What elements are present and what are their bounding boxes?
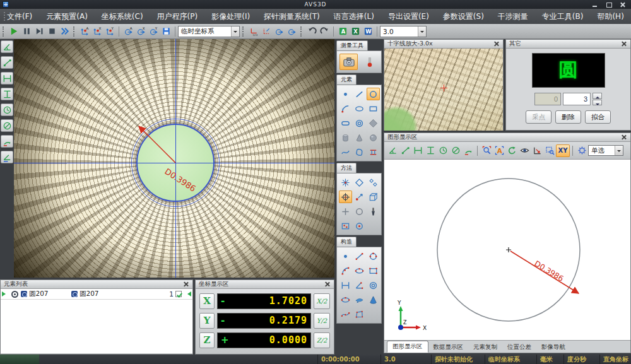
- half-value-button[interactable]: Y/2: [314, 313, 330, 329]
- fit-button[interactable]: 拟合: [585, 110, 611, 124]
- stepper-down-icon[interactable]: [593, 100, 602, 106]
- arc-tool-icon[interactable]: [339, 102, 352, 115]
- delete-button[interactable]: 删除: [555, 110, 581, 124]
- rotate-axis-a-icon[interactable]: [122, 25, 134, 38]
- crosshair-method-icon[interactable]: [339, 191, 352, 203]
- ellipse-tool-icon[interactable]: [353, 102, 366, 115]
- redo-icon[interactable]: [318, 25, 331, 38]
- close-icon[interactable]: [620, 2, 626, 8]
- construct-rectangle-icon[interactable]: [367, 264, 380, 277]
- report-tool-icon[interactable]: [336, 25, 349, 38]
- menu-item[interactable]: 坐标系统(C): [95, 11, 150, 22]
- stepper-up-icon[interactable]: [593, 93, 602, 99]
- close-icon[interactable]: [493, 40, 500, 47]
- closed-curve-tool-icon[interactable]: [353, 146, 366, 158]
- construct-tab[interactable]: 构造: [336, 237, 357, 247]
- construct-point-icon[interactable]: [339, 250, 352, 262]
- run-icon[interactable]: [8, 25, 20, 38]
- horizontal-distance-icon[interactable]: [1, 72, 13, 85]
- point-count-field[interactable]: [534, 93, 561, 105]
- circle-tool-icon[interactable]: [367, 88, 380, 100]
- selection-mode-select[interactable]: 单选: [588, 145, 623, 156]
- construct-angle-icon[interactable]: [353, 279, 366, 291]
- construct-ring-icon[interactable]: [367, 279, 380, 291]
- measure-tools-tab[interactable]: 测量工具: [336, 40, 368, 50]
- two-point-method-icon[interactable]: [367, 176, 380, 189]
- element-row[interactable]: 圆207 圆207 1: [1, 289, 192, 300]
- diameter-icon[interactable]: [449, 144, 462, 157]
- close-icon[interactable]: [620, 134, 627, 141]
- zoom-select-icon[interactable]: [480, 144, 493, 157]
- combo-arrow-icon[interactable]: [231, 26, 239, 37]
- construct-cone-icon[interactable]: [367, 293, 380, 306]
- timer-circle-icon[interactable]: [1, 103, 13, 116]
- methods-tab[interactable]: 方法: [336, 163, 357, 173]
- camera-mode-icon[interactable]: [339, 54, 358, 70]
- plane-tool-icon[interactable]: [367, 117, 380, 129]
- angle-measure-icon[interactable]: [386, 144, 399, 157]
- camera-image-view[interactable]: D0.3986: [14, 39, 334, 278]
- magnification-select[interactable]: 3.0: [380, 26, 427, 37]
- diamond-method-icon[interactable]: [353, 176, 366, 189]
- construct-arc-icon[interactable]: [339, 264, 352, 277]
- rotate-view-icon[interactable]: [505, 144, 518, 157]
- menu-item[interactable]: 帮助(H): [590, 11, 630, 22]
- excel-export-icon[interactable]: [349, 25, 362, 38]
- set-origin-x-icon[interactable]: [91, 25, 103, 38]
- construct-line-icon[interactable]: [353, 250, 366, 262]
- sample-point-button[interactable]: 采点: [526, 110, 551, 124]
- rotate-axis-y-icon[interactable]: [147, 25, 160, 38]
- menu-item[interactable]: 影像处理(I): [204, 11, 257, 22]
- axis-view-icon[interactable]: [531, 144, 543, 157]
- timer-circle-icon[interactable]: [437, 144, 449, 157]
- section-tool-icon[interactable]: [367, 146, 380, 158]
- sphere-tool-icon[interactable]: [367, 131, 380, 144]
- toolbar-grip[interactable]: [3, 26, 5, 37]
- ring-tool-icon[interactable]: [353, 117, 366, 129]
- multipoint-method-icon[interactable]: [339, 176, 352, 189]
- menu-item[interactable]: 探针测量系统(T): [257, 11, 327, 22]
- label-tool-icon[interactable]: [493, 144, 505, 157]
- bottom-tab[interactable]: 元素复制: [468, 342, 502, 353]
- visible-checkbox[interactable]: [175, 291, 182, 297]
- combo-arrow-icon[interactable]: [418, 26, 426, 37]
- toolbar-grip[interactable]: [73, 26, 76, 37]
- rotate-coordinate-icon[interactable]: [285, 25, 298, 38]
- menu-item[interactable]: 参数设置(S): [436, 11, 491, 22]
- horizontal-distance-icon[interactable]: [411, 144, 424, 157]
- menu-item[interactable]: 用户程序(P): [150, 11, 205, 22]
- plus-method-icon[interactable]: [339, 205, 352, 218]
- save-coordinate-icon[interactable]: [160, 25, 172, 38]
- cylinder-tool-icon[interactable]: [339, 131, 352, 144]
- points-stepper[interactable]: [593, 93, 602, 105]
- line-measure-icon[interactable]: [399, 144, 411, 157]
- visibility-icon[interactable]: [518, 144, 531, 157]
- menu-item[interactable]: 导出设置(E): [381, 11, 436, 22]
- center-point-method-icon[interactable]: [353, 220, 366, 232]
- construct-plane-icon[interactable]: [353, 293, 366, 306]
- close-icon[interactable]: [324, 281, 331, 288]
- vertical-distance-icon[interactable]: [1, 88, 13, 100]
- diameter-icon[interactable]: [1, 119, 13, 132]
- bottom-tab[interactable]: 位置公差: [502, 342, 536, 353]
- axis-zero-button[interactable]: X: [199, 293, 215, 309]
- construct-ellipse-icon[interactable]: [353, 264, 366, 277]
- vertical-distance-icon[interactable]: [424, 144, 437, 157]
- fast-forward-icon[interactable]: [58, 25, 71, 38]
- close-icon[interactable]: [620, 40, 627, 47]
- bottom-tab[interactable]: 数据显示区: [428, 342, 469, 353]
- menu-item[interactable]: 语言选择(L): [327, 11, 381, 22]
- axis-zero-button[interactable]: Z: [199, 332, 215, 348]
- bottom-tab[interactable]: 图形显示区: [387, 341, 428, 353]
- zoom-window-icon[interactable]: [543, 144, 556, 157]
- rotate-coordinate-icon[interactable]: [273, 25, 285, 38]
- combo-arrow-icon[interactable]: [615, 146, 623, 155]
- construct-quad-icon[interactable]: [353, 308, 366, 320]
- graphics-canvas[interactable]: D0.3986 Y X Z: [384, 160, 630, 341]
- curve-tool-icon[interactable]: [339, 146, 352, 158]
- axis-zero-button[interactable]: Y: [199, 313, 215, 329]
- elements-tab[interactable]: 元素: [336, 74, 357, 85]
- axis-123-icon[interactable]: [247, 25, 260, 38]
- settings-gear-icon[interactable]: [575, 144, 588, 157]
- element-list-body[interactable]: 圆207 圆207 1: [1, 289, 192, 353]
